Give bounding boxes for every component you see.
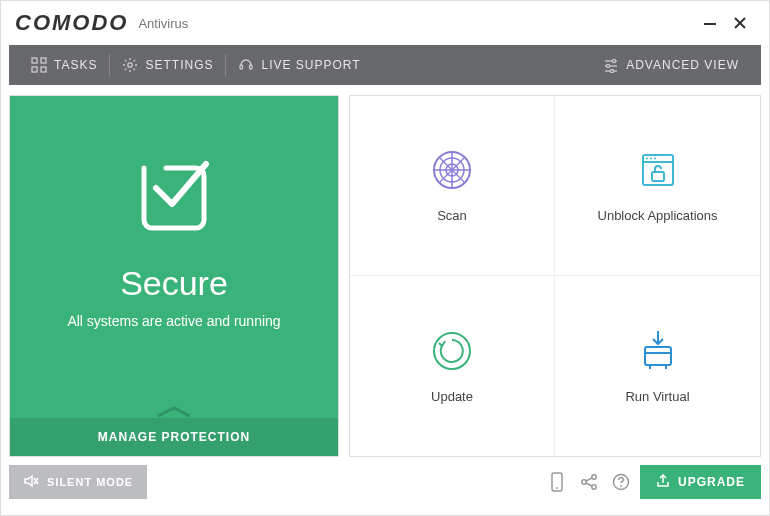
tile-update-label: Update (431, 389, 473, 404)
svg-point-25 (646, 158, 648, 160)
mobile-icon[interactable] (544, 469, 570, 495)
tiles-grid: Scan Unblock Applications Update Run Vir… (349, 95, 761, 457)
status-panel: Secure All systems are active and runnin… (9, 95, 339, 457)
close-icon (733, 16, 747, 30)
svg-rect-8 (240, 65, 243, 69)
upgrade-label: UPGRADE (678, 475, 745, 489)
svg-point-15 (611, 69, 614, 72)
secure-check-icon (126, 144, 222, 244)
share-icon[interactable] (576, 469, 602, 495)
scan-icon (430, 148, 474, 192)
tasks-icon (31, 57, 47, 73)
headset-icon (238, 57, 254, 73)
svg-rect-6 (41, 67, 46, 72)
silent-mode-button[interactable]: SILENT MODE (9, 465, 147, 499)
nav-settings[interactable]: SETTINGS (110, 45, 225, 85)
upgrade-button[interactable]: UPGRADE (640, 465, 761, 499)
tile-unblock-label: Unblock Applications (598, 208, 718, 223)
svg-point-11 (613, 59, 616, 62)
svg-point-39 (592, 475, 596, 479)
gear-icon (122, 57, 138, 73)
tile-unblock[interactable]: Unblock Applications (555, 96, 760, 276)
svg-point-29 (434, 333, 470, 369)
svg-rect-5 (32, 67, 37, 72)
nav-advanced-view-label: ADVANCED VIEW (626, 58, 739, 72)
nav-settings-label: SETTINGS (145, 58, 213, 72)
nav-live-support-label: LIVE SUPPORT (261, 58, 360, 72)
minimize-icon (703, 16, 717, 30)
help-icon[interactable] (608, 469, 634, 495)
nav-live-support[interactable]: LIVE SUPPORT (226, 45, 372, 85)
tile-run-virtual-label: Run Virtual (625, 389, 689, 404)
svg-rect-4 (41, 58, 46, 63)
nav-tasks-label: TASKS (54, 58, 97, 72)
svg-point-45 (620, 485, 622, 487)
product-name: Antivirus (138, 16, 188, 31)
svg-rect-3 (32, 58, 37, 63)
chevron-up-icon[interactable] (154, 404, 194, 418)
svg-line-42 (586, 478, 592, 481)
top-nav: TASKS SETTINGS LIVE SUPPORT ADVANCED VIE… (9, 45, 761, 85)
nav-advanced-view[interactable]: ADVANCED VIEW (591, 45, 751, 85)
svg-point-27 (654, 158, 656, 160)
manage-protection-label: MANAGE PROTECTION (98, 430, 250, 444)
nav-tasks[interactable]: TASKS (19, 45, 109, 85)
svg-point-13 (607, 64, 610, 67)
close-button[interactable] (725, 8, 755, 38)
run-virtual-icon (636, 329, 680, 373)
titlebar: COMODO Antivirus (1, 1, 769, 45)
tile-update[interactable]: Update (350, 276, 555, 456)
svg-point-38 (556, 487, 558, 489)
sliders-icon (603, 57, 619, 73)
svg-point-41 (592, 485, 596, 489)
status-subtitle: All systems are active and running (67, 313, 280, 329)
mute-icon (23, 473, 39, 491)
update-icon (430, 329, 474, 373)
manage-protection-button[interactable]: MANAGE PROTECTION (10, 418, 338, 456)
status-title: Secure (120, 264, 228, 303)
tile-scan-label: Scan (437, 208, 467, 223)
svg-rect-28 (652, 172, 664, 181)
silent-mode-label: SILENT MODE (47, 476, 133, 488)
svg-line-43 (586, 483, 592, 486)
unblock-icon (636, 148, 680, 192)
svg-rect-31 (645, 347, 671, 365)
svg-point-7 (128, 63, 132, 67)
main-area: Secure All systems are active and runnin… (1, 85, 769, 465)
svg-point-40 (582, 480, 586, 484)
minimize-button[interactable] (695, 8, 725, 38)
upgrade-icon (656, 474, 670, 491)
tile-scan[interactable]: Scan (350, 96, 555, 276)
svg-rect-9 (250, 65, 253, 69)
logo-text: COMODO (15, 10, 128, 36)
bottom-bar: SILENT MODE UPGRADE (9, 465, 761, 499)
tile-run-virtual[interactable]: Run Virtual (555, 276, 760, 456)
svg-point-26 (650, 158, 652, 160)
